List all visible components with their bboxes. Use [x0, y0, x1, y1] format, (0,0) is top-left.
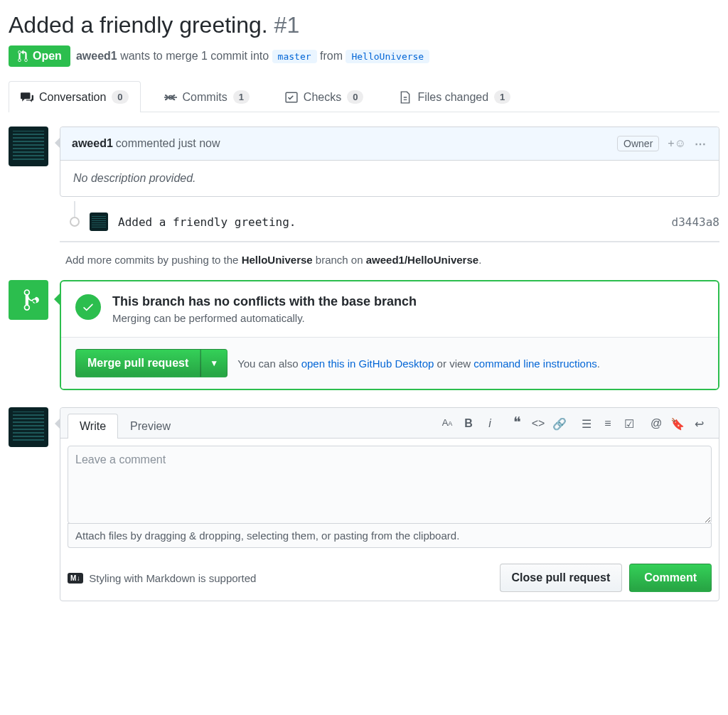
- markdown-hint[interactable]: M↓ Styling with Markdown is supported: [68, 572, 256, 584]
- form-avatar[interactable]: [9, 407, 48, 447]
- owner-badge: Owner: [617, 136, 659, 151]
- pr-title: Added a friendly greeting. #1: [9, 11, 719, 38]
- push-hint: Add more commits by pushing to the Hello…: [65, 254, 719, 266]
- tab-commits[interactable]: Commits 1: [152, 81, 262, 112]
- code-icon[interactable]: <>: [531, 417, 545, 431]
- markdown-icon: M↓: [68, 573, 83, 584]
- checks-icon: [285, 91, 298, 104]
- commit-message[interactable]: Added a friendly greeting.: [118, 215, 662, 229]
- merge-dropdown[interactable]: ▼: [200, 349, 228, 377]
- preview-tab[interactable]: Preview: [118, 414, 183, 439]
- conversation-count: 0: [112, 90, 128, 104]
- head-branch[interactable]: HelloUniverse: [346, 50, 429, 63]
- tab-checks[interactable]: Checks 0: [273, 81, 376, 112]
- comment-form: Write Preview AA B i ❝ <> 🔗 ☰ ≡ ☑: [60, 407, 719, 601]
- tab-files[interactable]: Files changed 1: [387, 81, 523, 112]
- ol-icon[interactable]: ≡: [601, 417, 615, 431]
- add-reaction-icon[interactable]: +☺: [668, 137, 686, 150]
- commit-icon: [164, 91, 177, 104]
- mention-icon[interactable]: @: [649, 417, 663, 431]
- files-icon: [399, 91, 412, 104]
- pr-title-text: Added a friendly greeting.: [9, 12, 268, 38]
- comment-box: aweed1 commented just now Owner +☺ ⋯ No …: [60, 127, 719, 197]
- commits-count: 1: [233, 90, 250, 104]
- kebab-icon[interactable]: ⋯: [695, 137, 707, 151]
- cli-instructions-link[interactable]: command line instructions: [473, 358, 596, 370]
- comment-author[interactable]: aweed1: [72, 137, 113, 150]
- bold-icon[interactable]: B: [461, 417, 476, 430]
- merge-also-text: You can also open this in GitHub Desktop…: [237, 358, 600, 370]
- quote-icon[interactable]: ❝: [510, 417, 524, 431]
- attach-hint[interactable]: Attach files by dragging & dropping, sel…: [68, 523, 712, 548]
- link-icon[interactable]: 🔗: [552, 417, 567, 431]
- state-badge: Open: [9, 45, 70, 67]
- check-circle-icon: [75, 294, 101, 320]
- merge-subtitle: Merging can be performed automatically.: [112, 312, 417, 324]
- conversation-icon: [21, 91, 33, 104]
- bookmark-icon[interactable]: 🔖: [670, 417, 685, 431]
- pr-number: #1: [274, 12, 300, 38]
- git-merge-icon: [18, 288, 39, 312]
- comment-textarea[interactable]: [68, 446, 712, 524]
- reply-icon[interactable]: ↩︎: [692, 417, 706, 431]
- open-desktop-link[interactable]: open this in GitHub Desktop: [301, 358, 434, 370]
- pr-meta-row: Open aweed1 wants to merge 1 commit into…: [9, 45, 719, 67]
- task-icon[interactable]: ☑: [622, 417, 636, 431]
- files-count: 1: [494, 90, 510, 104]
- commit-avatar[interactable]: [90, 213, 108, 231]
- write-tab[interactable]: Write: [68, 414, 118, 439]
- merge-panel: This branch has no conflicts with the ba…: [60, 280, 719, 390]
- checks-count: 0: [347, 90, 363, 104]
- md-toolbar: AA B i ❝ <> 🔗 ☰ ≡ ☑ @ 🔖 ↩︎: [440, 417, 712, 435]
- pr-meta-text: aweed1 wants to merge 1 commit into mast…: [76, 50, 429, 63]
- merge-icon-box: [9, 280, 48, 320]
- merge-title: This branch has no conflicts with the ba…: [112, 294, 417, 309]
- heading-icon[interactable]: AA: [440, 417, 454, 430]
- close-pr-button[interactable]: Close pull request: [500, 564, 623, 592]
- comment-action: commented just now: [116, 137, 220, 150]
- state-label: Open: [33, 50, 62, 63]
- commit-row: Added a friendly greeting. d3443a8: [60, 205, 719, 242]
- comment-button[interactable]: Comment: [629, 564, 712, 592]
- avatar[interactable]: [9, 127, 48, 166]
- pr-author[interactable]: aweed1: [76, 50, 117, 62]
- comment-body: No description provided.: [60, 161, 719, 196]
- commit-dot-icon: [70, 217, 80, 227]
- commit-sha[interactable]: d3443a8: [672, 215, 719, 229]
- merge-button[interactable]: Merge pull request: [75, 349, 200, 377]
- pr-tabs: Conversation 0 Commits 1 Checks 0 Files …: [9, 81, 719, 112]
- git-pull-request-icon: [17, 50, 28, 63]
- tab-conversation[interactable]: Conversation 0: [9, 81, 141, 112]
- italic-icon[interactable]: i: [483, 417, 497, 430]
- ul-icon[interactable]: ☰: [579, 417, 594, 431]
- base-branch[interactable]: master: [272, 50, 317, 63]
